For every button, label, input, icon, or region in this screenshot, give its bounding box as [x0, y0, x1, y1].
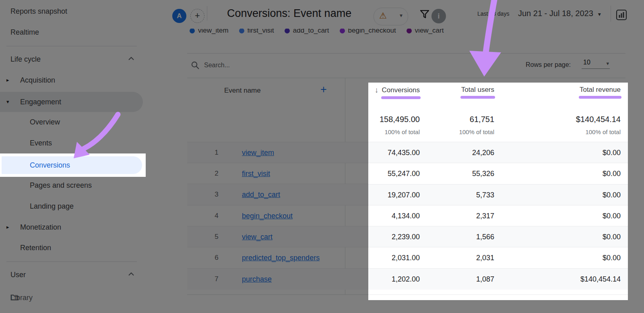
totals-caption: 100% of total: [585, 128, 621, 137]
users-value: 1,566: [476, 226, 494, 247]
sidebar-item-label: Conversions: [30, 156, 70, 174]
metrics-row: 2,239.001,566$0.00: [368, 226, 628, 247]
conversions-value: 74,435.00: [388, 142, 420, 163]
metrics-row: 2,031.002,031$0.00: [368, 247, 628, 268]
metrics-spotlight-panel: ↓ Conversions Total users Total revenue …: [368, 83, 628, 300]
column-header-label: Conversions: [382, 86, 420, 94]
users-value: 2,031: [476, 247, 494, 268]
metrics-row: 74,435.0024,206$0.00: [368, 142, 628, 163]
revenue-value: $0.00: [603, 247, 621, 268]
total-users-column-header[interactable]: Total users: [461, 86, 494, 94]
conversions-value: 19,207.00: [388, 184, 420, 205]
users-value: 24,206: [472, 142, 494, 163]
conversions-column-header[interactable]: ↓ Conversions: [375, 86, 420, 95]
revenue-value: $0.00: [603, 226, 621, 247]
panel-bottom-divider: [368, 294, 628, 295]
totals-conversions: 158,495.00: [380, 114, 420, 124]
revenue-value: $0.00: [603, 163, 621, 184]
totals-revenue: $140,454.14: [576, 114, 621, 124]
totals-caption: 100% of total: [459, 128, 494, 137]
totals-users: 61,751: [470, 114, 494, 124]
conversions-value: 4,134.00: [392, 205, 420, 226]
sidebar-item-conversions[interactable]: Conversions: [2, 156, 142, 174]
conversions-value: 1,202.00: [392, 269, 420, 290]
users-value: 55,326: [472, 163, 494, 184]
users-value: 5,733: [476, 184, 494, 205]
metrics-row: 55,247.0055,326$0.00: [368, 163, 628, 184]
revenue-value: $140,454.14: [580, 269, 621, 290]
totals-caption: 100% of total: [384, 128, 420, 137]
column-header-label: Total revenue: [580, 86, 621, 94]
sort-descending-icon: ↓: [375, 86, 379, 95]
metrics-row: 19,207.005,733$0.00: [368, 184, 628, 205]
conversions-value: 2,031.00: [392, 247, 420, 268]
conversions-value: 55,247.00: [388, 163, 420, 184]
total-revenue-column-header[interactable]: Total revenue: [580, 86, 621, 94]
conversions-value: 2,239.00: [392, 226, 420, 247]
column-header-label: Total users: [461, 86, 494, 94]
revenue-value: $0.00: [603, 184, 621, 205]
revenue-value: $0.00: [603, 142, 621, 163]
conversions-spotlight: Conversions: [0, 153, 146, 177]
metrics-row: 4,134.002,317$0.00: [368, 205, 628, 226]
metrics-row: 1,202.001,087$140,454.14: [368, 268, 628, 290]
users-value: 2,317: [476, 205, 494, 226]
revenue-value: $0.00: [603, 205, 621, 226]
users-value: 1,087: [476, 269, 494, 290]
